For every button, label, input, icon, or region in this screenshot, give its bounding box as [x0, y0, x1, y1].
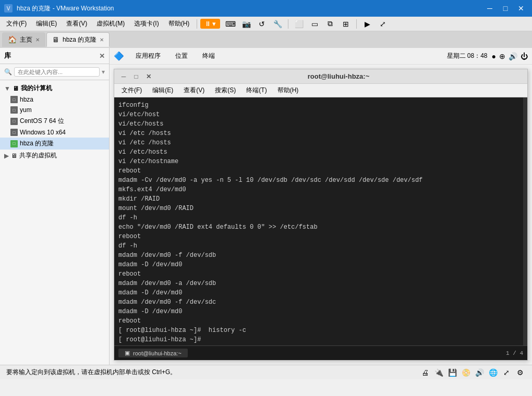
terminal-content: ifconfig vi/etc/host vi/etc/hosts vi /et… [118, 101, 523, 344]
home-icon: 🏠 [8, 35, 17, 44]
toolbar-divider2 [288, 19, 288, 29]
tab-bar: 🏠 主页 ✕ 🖥 hbza 的克隆 ✕ [0, 31, 532, 48]
sidebar-item-shared-label: 共享的虚拟机 [19, 151, 57, 160]
send-ctrl-alt-del-button[interactable]: ⌨ [223, 18, 238, 30]
network-bottom-icon[interactable]: 🌐 [487, 367, 499, 378]
usb-icon[interactable]: 🔌 [433, 367, 444, 378]
terminal-taskbar: ▣ root@liuhui-hbza:~ 1 / 4 [114, 345, 527, 360]
vm-tab-icon: 🖥 [52, 35, 59, 44]
pause-button[interactable]: ⏸ ▾ [200, 19, 220, 29]
tab-clone[interactable]: 🖥 hbza 的克隆 ✕ [46, 32, 110, 47]
search-dropdown-icon[interactable]: ▾ [102, 68, 105, 76]
sidebar-item-hbza-clone[interactable]: □ hbza 的克隆 [0, 138, 109, 150]
fullscreen2-button[interactable]: ⤢ [376, 18, 390, 30]
menu-file[interactable]: 文件(F) [2, 18, 31, 30]
hdd-icon[interactable]: 💾 [446, 367, 458, 378]
power-icon: ⏻ [521, 52, 528, 60]
terminal-title: root@liuhui-hbza:~ [154, 72, 523, 80]
sound-bottom-icon[interactable]: 🔊 [474, 367, 485, 378]
computer-icon: 🖥 [13, 85, 19, 92]
sidebar-item-hbza[interactable]: □ hbza [0, 94, 109, 105]
expand-icon: ▼ [4, 85, 10, 92]
single-window-button[interactable]: ▭ [307, 18, 322, 30]
sidebar-title: 库 [4, 51, 11, 60]
terminal-body[interactable]: ifconfig vi/etc/host vi/etc/hosts vi /et… [114, 97, 527, 345]
sidebar-item-centos[interactable]: □ CentOS 7 64 位 [0, 115, 109, 127]
close-button[interactable]: ✕ [514, 3, 528, 14]
share-icon[interactable]: ⤢ [501, 367, 512, 378]
menu-tab[interactable]: 选项卡(I) [130, 18, 163, 30]
minimize-button[interactable]: ─ [483, 3, 497, 14]
sidebar-item-windows[interactable]: □ Windows 10 x64 [0, 127, 109, 138]
terminal-menu-edit[interactable]: 编辑(E) [148, 85, 177, 96]
terminal-scrollbar[interactable] [523, 97, 527, 345]
terminal-close-button[interactable]: ✕ [143, 72, 154, 81]
terminal-maximize-button[interactable]: □ [131, 72, 141, 81]
clock-display: 星期二 08：48 [447, 52, 488, 60]
menu-applications[interactable]: 应用程序 [132, 49, 164, 63]
toolbar-icons: ⌨ 📷 ↺ 🔧 ⬜ ▭ ⧉ ⊞ ▶ ⤢ [223, 18, 390, 30]
menu-help[interactable]: 帮助(H) [164, 18, 194, 30]
display-icon: ⊕ [499, 52, 505, 60]
tab-home-label: 主页 [20, 35, 32, 44]
window-title: hbza 的克隆 - VMware Workstation [17, 4, 479, 13]
main-area: 库 ✕ 🔍 ▾ ▼ 🖥 我的计算机 □ hbza □ yum □ [0, 48, 532, 365]
toolbar-divider3 [356, 19, 357, 29]
toolbar-divider [197, 19, 197, 29]
console-button[interactable]: ▶ [360, 18, 374, 30]
sidebar: 库 ✕ 🔍 ▾ ▼ 🖥 我的计算机 □ hbza □ yum □ [0, 48, 110, 365]
snapshot-button[interactable]: 📷 [239, 18, 253, 30]
revert-button[interactable]: ↺ [255, 18, 269, 30]
terminal-menu-file[interactable]: 文件(F) [117, 85, 146, 96]
menu-vm[interactable]: 虚拟机(M) [92, 18, 129, 30]
main-menubar: 文件(F) 编辑(E) 查看(V) 虚拟机(M) 选项卡(I) 帮助(H) ⏸ … [0, 17, 532, 31]
expand-icon-shared: ▶ [4, 152, 9, 159]
printer-icon[interactable]: 🖨 [419, 367, 431, 378]
sidebar-item-shared[interactable]: ▶ 🖥 共享的虚拟机 [0, 150, 109, 162]
bottom-bar: 要将输入定向到该虚拟机，请在虚拟机内部单击或按 Ctrl+G。 🖨 🔌 💾 📀 … [0, 365, 532, 379]
multi-window-button[interactable]: ⧉ [323, 18, 337, 30]
settings-bottom-icon[interactable]: ⚙ [514, 367, 526, 378]
terminal-menu: 文件(F) 编辑(E) 查看(V) 搜索(S) 终端(T) 帮助(H) [114, 84, 527, 97]
tab-home-close[interactable]: ✕ [35, 37, 40, 43]
vmtools-button[interactable]: 🔧 [270, 18, 285, 30]
vm-icon-clone: □ [10, 140, 18, 147]
terminal-page-info: 1 / 4 [506, 350, 523, 356]
pause-icon: ⏸ [204, 20, 211, 28]
sidebar-close-icon[interactable]: ✕ [99, 52, 105, 60]
tab-clone-close[interactable]: ✕ [100, 37, 104, 43]
terminal-menu-search[interactable]: 搜索(S) [211, 85, 240, 96]
sidebar-item-yum[interactable]: □ yum [0, 105, 109, 115]
content-pane: 🔷 应用程序 位置 终端 星期二 08：48 ● ⊕ 🔊 ⏻ ─ [110, 48, 532, 365]
terminal-menu-help[interactable]: 帮助(H) [273, 85, 303, 96]
menu-places[interactable]: 位置 [172, 49, 191, 63]
maximize-button[interactable]: □ [499, 3, 512, 14]
search-icon: 🔍 [4, 68, 12, 76]
vm-icon: □ [10, 96, 18, 103]
menu-terminal[interactable]: 终端 [199, 49, 218, 63]
terminal-menu-view[interactable]: 查看(V) [179, 85, 209, 96]
terminal-menu-terminal[interactable]: 终端(T) [242, 85, 271, 96]
content-menubar: 🔷 应用程序 位置 终端 星期二 08：48 ● ⊕ 🔊 ⏻ [110, 48, 532, 65]
taskbar-terminal-item[interactable]: ▣ root@liuhui-hbza:~ [118, 349, 188, 357]
tab-home[interactable]: 🏠 主页 ✕ [2, 32, 45, 47]
terminal-minimize-button[interactable]: ─ [118, 72, 129, 81]
menu-view[interactable]: 查看(V) [62, 18, 91, 30]
vm-icon-centos: □ [10, 118, 18, 125]
fullscreen-button[interactable]: ⬜ [292, 18, 306, 30]
sidebar-item-mycomputer[interactable]: ▼ 🖥 我的计算机 [0, 82, 109, 94]
ubuntu-icon: 🔷 [114, 51, 124, 61]
sidebar-item-hbza-label: hbza [20, 96, 33, 103]
unity-button[interactable]: ⊞ [338, 18, 353, 30]
sidebar-header: 库 ✕ [0, 48, 109, 64]
titlebar: V hbza 的克隆 - VMware Workstation ─ □ ✕ [0, 0, 532, 17]
vm-icon-yum: □ [10, 106, 18, 114]
menu-edit[interactable]: 编辑(E) [32, 18, 61, 30]
cd-icon[interactable]: 📀 [460, 367, 471, 378]
status-icons: ● ⊕ 🔊 ⏻ [492, 52, 528, 60]
sound-icon: 🔊 [509, 52, 517, 60]
sidebar-item-windows-label: Windows 10 x64 [20, 129, 66, 136]
window-controls: ─ □ ✕ [483, 3, 528, 14]
search-input[interactable] [14, 67, 100, 77]
terminal-output: ifconfig vi/etc/host vi/etc/hosts vi /et… [118, 101, 523, 344]
